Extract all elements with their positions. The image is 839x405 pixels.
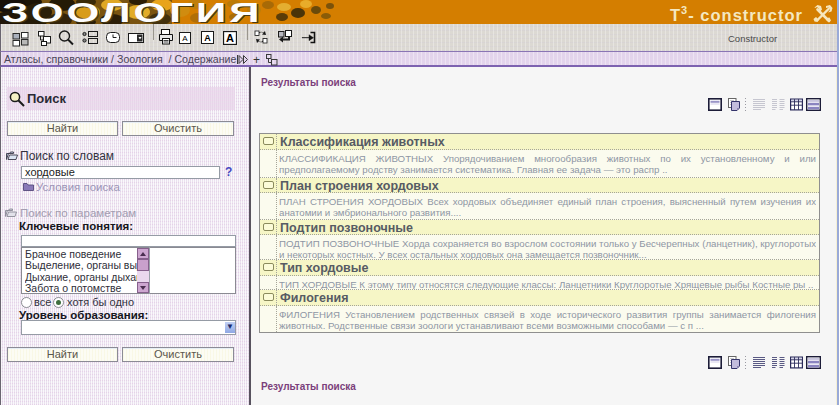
- svg-text:A: A: [226, 32, 234, 44]
- svg-text:A: A: [182, 34, 188, 43]
- svg-text:A: A: [204, 33, 211, 43]
